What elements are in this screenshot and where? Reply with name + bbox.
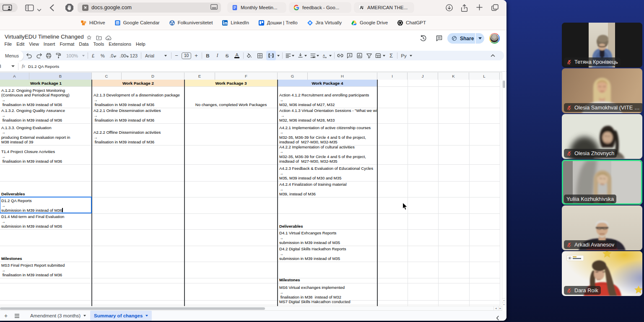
font-size-input[interactable]: 10 — [182, 52, 191, 59]
currency-format-button[interactable]: £ — [90, 51, 96, 60]
menu-data[interactable]: Data — [77, 42, 91, 47]
grid-cell[interactable]: Milestones — [278, 278, 377, 283]
grid-cell[interactable]: MS7 Digital Skills Hakcathon conducted — [278, 300, 377, 305]
increase-decimal-button[interactable]: .00 — [119, 51, 129, 60]
menu-view[interactable]: View — [27, 42, 42, 47]
menu-tools[interactable]: Tools — [91, 42, 106, 47]
vertical-scrollbar-thumb[interactable] — [503, 80, 505, 88]
participant-tile[interactable]: Dara Roik — [562, 251, 642, 296]
participant-tile[interactable]: Olesia Samokhval (VITE S… — [562, 68, 642, 113]
print-icon[interactable] — [45, 51, 52, 60]
participant-tile[interactable]: Arkadi Avanesov — [562, 205, 642, 250]
grid-cell[interactable]: A2.2.1 Online Dissemination activities→ … — [92, 108, 184, 123]
grid-cell[interactable]: MS3 Final Project Report submitted→ fina… — [0, 262, 91, 278]
rotation-caret[interactable] — [328, 51, 332, 60]
grid-cell[interactable]: A2.2.2 Offline Dissemination activities→… — [92, 123, 184, 145]
grid-cell[interactable]: Deliverables — [278, 213, 377, 229]
grid-cell[interactable]: No changes, completed Work Packages — [185, 86, 277, 108]
column-header-B[interactable]: B — [29, 73, 92, 80]
participant-tile-active-speaker[interactable]: Yuliia Kozhukhivska — [562, 160, 642, 205]
percent-format-button[interactable]: % — [99, 51, 106, 60]
grid-cell[interactable]: A.1.2.2: Ongoing Project Monitoring(Cont… — [0, 86, 91, 108]
grid-cell[interactable]: A4.2.4 Finalization of training material… — [278, 181, 377, 197]
text-color-button[interactable]: A — [233, 51, 241, 60]
grid-cell[interactable]: Action 4.1.3 Virtual Orientation Session… — [278, 108, 377, 123]
grid-cell[interactable]: Deliverables — [0, 181, 91, 197]
column-header-C[interactable]: C — [92, 73, 122, 80]
text-rotation-icon[interactable]: A — [321, 51, 329, 60]
merge-cells-button[interactable] — [266, 51, 276, 60]
sheet-tab[interactable]: Amendment (3 months) — [25, 311, 91, 321]
bold-button[interactable]: B — [204, 51, 211, 60]
column-header-J[interactable]: J — [408, 73, 438, 80]
menu-extensions[interactable]: Extensions — [106, 42, 134, 47]
paint-format-icon[interactable] — [55, 51, 62, 60]
grid-cell[interactable]: T1.4 Project Closure Acrivities→ finalis… — [0, 145, 91, 164]
column-header-G[interactable]: G — [278, 73, 308, 80]
grid-cell[interactable]: D4.2 Digital Skills Hackathon Reports→su… — [278, 246, 377, 262]
participant-tile[interactable]: Olesia Zhovnych — [562, 114, 642, 159]
menu-edit[interactable]: Edit — [14, 42, 27, 47]
formula-bar[interactable]: 3 fx D1.2 QA Reports — [0, 61, 506, 72]
italic-button[interactable]: I — [214, 51, 221, 60]
number-format-button[interactable]: 123 — [129, 51, 138, 60]
python-button[interactable]: Py — [400, 51, 408, 60]
column-header-A[interactable]: A — [0, 73, 29, 80]
menu-format[interactable]: Format — [57, 42, 77, 47]
font-select[interactable]: Arial — [144, 51, 161, 60]
column-header-H[interactable]: H — [308, 73, 377, 80]
document-title[interactable]: VirtuallyEDU Timeline Changed — [5, 34, 84, 40]
undo-icon[interactable] — [25, 51, 33, 60]
column-header-E[interactable]: E — [184, 73, 215, 80]
account-avatar[interactable] — [489, 33, 500, 44]
share-dropdown-caret[interactable] — [478, 37, 482, 39]
grid-cell[interactable]: A4.2.1 Implementation of active citizens… — [278, 123, 377, 145]
add-sheet-button[interactable]: + — [2, 312, 10, 320]
column-header-D[interactable]: D — [122, 73, 184, 80]
grid-cell[interactable]: A2.1.3 Development of a dissemination pa… — [92, 86, 184, 108]
horizontal-scrollbar-thumb[interactable] — [0, 307, 265, 310]
collapse-panel-chevron[interactable] — [496, 314, 499, 319]
borders-icon[interactable] — [256, 51, 264, 60]
menu-file[interactable]: File — [2, 42, 14, 47]
menu-insert[interactable]: Insert — [41, 42, 57, 47]
grid-cell[interactable]: A4.2.3 Feedback & Evaluation of Educatio… — [278, 164, 377, 181]
insert-link-icon[interactable] — [336, 51, 344, 60]
scroll-left-button[interactable]: ◀ — [493, 306, 498, 311]
align-caret[interactable] — [291, 51, 295, 60]
comments-icon[interactable] — [436, 35, 443, 44]
valign-caret[interactable] — [304, 51, 308, 60]
wrap-caret[interactable] — [316, 51, 320, 60]
grid-cell[interactable]: A.1.3.2. Ongoing Quality Assurance→ fina… — [0, 108, 91, 123]
participant-tile[interactable]: Тетяна Кронівець — [562, 23, 642, 68]
python-caret[interactable] — [409, 51, 413, 60]
column-header-K[interactable]: K — [438, 73, 469, 80]
menu-help[interactable]: Help — [133, 42, 148, 47]
merge-caret[interactable] — [276, 51, 280, 60]
redo-icon[interactable] — [35, 51, 43, 60]
insert-comment-icon[interactable] — [346, 51, 353, 60]
menus-search-pill[interactable]: Menus — [0, 50, 23, 61]
vertical-scrollbar[interactable] — [502, 72, 506, 311]
formula-value[interactable]: D1.2 QA Reports — [28, 64, 59, 69]
scroll-down-button[interactable]: ▼ — [502, 302, 506, 306]
font-caret[interactable] — [164, 51, 168, 60]
views-caret[interactable] — [382, 51, 386, 60]
spreadsheet-grid[interactable]: Work Package 1Work Package 2Work Package… — [0, 80, 502, 306]
all-sheets-button[interactable] — [13, 312, 21, 320]
grid-cell[interactable]: Milestones — [0, 246, 91, 262]
create-filter-icon[interactable] — [365, 51, 373, 60]
version-history-icon[interactable] — [420, 35, 427, 44]
decrease-decimal-button[interactable]: .0 — [109, 51, 117, 60]
increase-font-button[interactable]: + — [193, 51, 200, 60]
grid-cell[interactable]: D1.4 Mid-term and Final Evaluation→submi… — [0, 213, 91, 229]
vertical-align-icon[interactable] — [296, 51, 304, 60]
table-views-icon[interactable] — [374, 51, 382, 60]
scroll-up-button[interactable]: ▲ — [502, 298, 506, 302]
grid-cell[interactable]: MS6 Virtual exchanges implemented→ final… — [278, 283, 377, 300]
functions-button[interactable]: Σ — [387, 51, 395, 60]
fill-color-icon[interactable] — [245, 51, 253, 60]
column-header-I[interactable]: I — [377, 73, 408, 80]
column-header-L[interactable]: L — [469, 73, 500, 80]
insert-chart-icon[interactable] — [356, 51, 363, 60]
